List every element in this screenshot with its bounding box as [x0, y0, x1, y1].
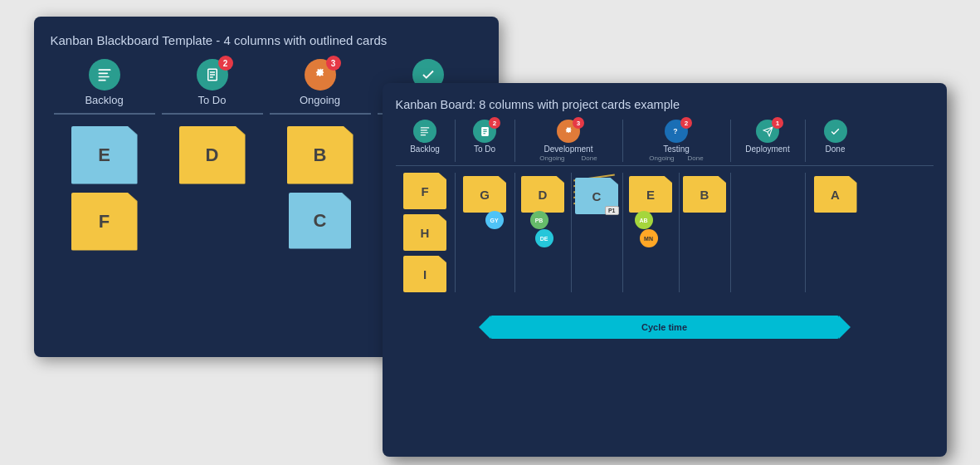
cycle-time-row: Cycle time	[396, 316, 934, 339]
right-card-E: E	[629, 176, 672, 213]
backlog-icon	[89, 59, 120, 91]
svg-rect-3	[98, 80, 105, 81]
right-dev-done-cards: C P1	[572, 173, 623, 292]
card-E: E	[71, 126, 138, 184]
backlog-cards: E F	[59, 126, 150, 251]
right-backlog-cards: F H I	[396, 173, 456, 292]
right-col-backlog: Backlog	[396, 120, 456, 162]
right-backlog-label: Backlog	[410, 144, 440, 154]
left-card-title: Kanban Blackboard Template - 4 columns w…	[51, 33, 482, 47]
right-done-cards: A	[806, 173, 865, 292]
right-deployment-icon: 1	[756, 120, 779, 143]
right-dev-label: Development	[544, 144, 593, 154]
right-testing-sub: Ongoing Done	[649, 154, 703, 162]
right-divider	[396, 165, 934, 166]
avatar-ab: AB	[635, 211, 653, 229]
svg-rect-2	[98, 76, 109, 78]
todo-badge: 2	[218, 56, 233, 71]
right-col-dev: 3 Development Ongoing Done	[515, 120, 623, 162]
svg-rect-4	[421, 127, 430, 128]
col-backlog: Backlog	[59, 59, 150, 106]
right-testing-ongoing-cards: E AB MN	[623, 173, 680, 292]
ongoing-cards: B C	[275, 126, 366, 251]
svg-rect-5	[421, 130, 427, 130]
card-C: C	[289, 193, 351, 249]
avatar-de: DE	[535, 229, 553, 247]
right-todo-cards: G GY	[456, 173, 515, 292]
right-card-D: D	[521, 176, 564, 213]
right-deployment-badge: 1	[772, 117, 783, 129]
right-col-done: Done	[806, 120, 865, 162]
ongoing-icon: 3	[305, 59, 336, 91]
right-deployment-cards	[731, 173, 806, 292]
right-todo-label: To Do	[474, 144, 495, 154]
right-testing-badge: 2	[680, 117, 692, 129]
right-dev-badge: 3	[573, 117, 584, 129]
right-todo-badge: 2	[489, 117, 500, 129]
right-card-B: B	[683, 176, 726, 213]
col-ongoing: 3 Ongoing	[275, 59, 366, 106]
right-testing-label: Testing	[663, 144, 690, 154]
svg-rect-7	[421, 135, 426, 135]
avatar-pb: PB	[530, 211, 549, 229]
right-testing-ongoing: Ongoing	[649, 154, 674, 162]
svg-rect-0	[98, 69, 110, 71]
right-dev-ongoing: Ongoing	[539, 154, 564, 162]
todo-label: To Do	[198, 94, 227, 106]
right-deployment-label: Deployment	[745, 144, 789, 154]
right-done-label: Done	[826, 144, 846, 154]
right-dev-done: Done	[582, 154, 597, 162]
right-dev-icon: 3	[557, 120, 580, 143]
right-card-G: G	[463, 176, 506, 213]
right-card-F: F	[403, 173, 446, 209]
ongoing-badge: 3	[326, 56, 341, 71]
right-card-I: I	[403, 256, 446, 292]
col-todo: 2 To Do	[167, 59, 258, 106]
card-D: D	[179, 126, 246, 184]
todo-icon: 2	[197, 59, 228, 91]
p1-tag: P1	[605, 206, 619, 215]
right-todo-icon: 2	[473, 120, 496, 143]
avatar-mn: MN	[640, 229, 658, 247]
right-testing-done: Done	[688, 154, 704, 162]
right-card-A: A	[814, 176, 857, 213]
right-dev-sub: Ongoing Done	[539, 154, 597, 162]
right-col-headers: Backlog 2 To Do 3 Development Ongoing	[396, 120, 934, 162]
right-kanban-card: Kanban Board: 8 columns with project car…	[383, 83, 947, 457]
right-col-testing: ? 2 Testing Ongoing Done	[623, 120, 731, 162]
right-col-todo: 2 To Do	[456, 120, 515, 162]
backlog-label: Backlog	[85, 94, 123, 106]
todo-cards: D	[167, 126, 258, 251]
svg-text:?: ?	[673, 127, 677, 135]
card-B: B	[287, 126, 353, 184]
avatar-gy: GY	[485, 211, 504, 229]
right-card-H: H	[403, 214, 446, 251]
right-backlog-icon	[413, 120, 436, 143]
card-F: F	[71, 193, 138, 251]
right-col-deployment: 1 Deployment	[731, 120, 806, 162]
cycle-time-label: Cycle time	[641, 322, 687, 332]
right-card-title: Kanban Board: 8 columns with project car…	[396, 98, 934, 111]
scene: Kanban Blackboard Template - 4 columns w…	[34, 17, 947, 448]
right-done-icon	[824, 120, 847, 143]
svg-rect-1	[98, 73, 108, 75]
cycle-time-arrow: Cycle time	[490, 316, 839, 339]
right-testing-done-cards: B	[680, 173, 731, 292]
ongoing-label: Ongoing	[300, 94, 340, 106]
right-dev-ongoing-cards: D PB DE	[515, 173, 572, 292]
right-testing-icon: ? 2	[665, 120, 688, 143]
svg-rect-6	[421, 132, 428, 133]
right-cards-area: F H I G GY D PB DE	[396, 173, 934, 292]
